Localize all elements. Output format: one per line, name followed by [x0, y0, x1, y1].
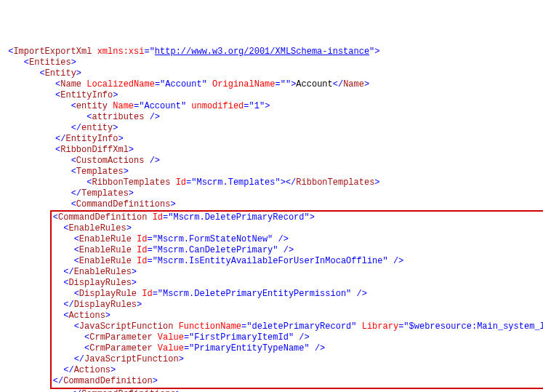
code-line: <EnableRules> — [53, 223, 543, 234]
code-line: </EnableRules> — [53, 267, 543, 278]
code-line: <CustomActions /> — [3, 156, 540, 167]
gutter-col — [3, 210, 50, 385]
code-line: <EnableRule Id="Mscrm.FormStateNotNew" /… — [53, 234, 543, 245]
gutter — [3, 177, 34, 188]
code-line: </Actions> — [53, 365, 543, 376]
highlight-box: <CommandDefinition Id="Mscrm.DeletePrima… — [50, 210, 543, 389]
code-line: </Templates> — [3, 188, 540, 199]
code-line: <attributes /> — [3, 112, 540, 123]
code-line: <entity Name="Account" unmodified="1"> — [3, 101, 540, 112]
xml-code-block: <ImportExportXml xmlns:xsi="http://www.w… — [3, 47, 540, 392]
code-line: </EntityInfo> — [3, 134, 540, 145]
gutter — [3, 188, 29, 199]
code-line: <RibbonDiffXml> — [3, 145, 540, 156]
code-line: <CommandDefinition Id="Mscrm.DeletePrima… — [53, 212, 543, 223]
code-line: <Templates> — [3, 167, 540, 177]
code-line: <EnableRule Id="Mscrm.IsEntityAvailableF… — [53, 256, 543, 267]
code-line: <Entities> — [3, 57, 540, 68]
gutter — [3, 68, 19, 79]
code-line: </DisplayRules> — [53, 300, 543, 311]
gutter — [3, 101, 29, 112]
gutter — [3, 199, 29, 210]
code-line: <ImportExportXml xmlns:xsi="http://www.w… — [3, 47, 540, 57]
gutter — [3, 167, 29, 177]
code-line: <Name LocalizedName="Account" OriginalNa… — [3, 79, 540, 90]
code-line: </JavaScriptFunction> — [53, 354, 543, 365]
code-line: <CrmParameter Value="PrimaryEntityTypeNa… — [53, 343, 543, 354]
code-line: <CommandDefinitions> — [3, 199, 540, 210]
code-line: <JavaScriptFunction FunctionName="delete… — [53, 321, 543, 332]
code-line: </CommandDefinition> — [53, 376, 543, 387]
code-line: </entity> — [3, 123, 540, 134]
code-line: <RibbonTemplates Id="Mscrm.Templates"></… — [3, 177, 540, 188]
code-line: </CommandDefinitions> — [3, 389, 540, 392]
gutter — [3, 156, 29, 167]
gutter — [3, 134, 24, 145]
code-line: <EntityInfo> — [3, 90, 540, 101]
code-line: <Actions> — [53, 311, 543, 321]
code-line: <EnableRule Id="Mscrm.CanDeletePrimary" … — [53, 245, 543, 256]
gutter — [3, 145, 24, 156]
gutter — [3, 389, 29, 392]
gutter — [3, 57, 13, 68]
gutter — [3, 123, 29, 134]
code-line: <DisplayRules> — [53, 278, 543, 289]
gutter — [3, 79, 24, 90]
code-line: <Entity> — [3, 68, 540, 79]
code-line: <DisplayRule Id="Mscrm.DeletePrimaryEnti… — [53, 289, 543, 300]
code-line: <CrmParameter Value="FirstPrimaryItemId"… — [53, 332, 543, 343]
gutter — [3, 90, 24, 101]
gutter — [3, 112, 34, 123]
